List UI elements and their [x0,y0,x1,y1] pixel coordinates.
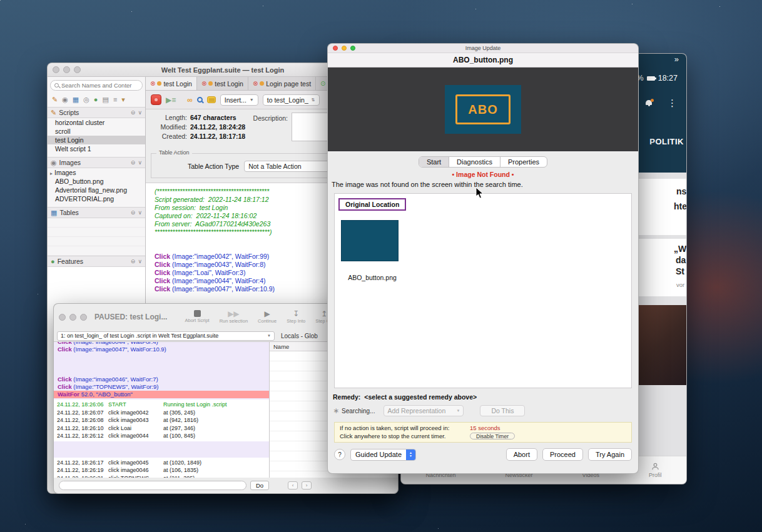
toolbar-label: Abort Script [185,318,209,323]
script-item[interactable]: Welt script 1 [48,144,145,153]
try-again-button[interactable]: Try Again [588,448,632,461]
tab-properties[interactable]: Properties [500,157,547,167]
insert-popup-label: Insert... [225,96,246,104]
chevron-down-icon[interactable]: ∨ [138,209,142,216]
original-location-label[interactable]: Original Location [338,198,406,211]
tab-diagnostics[interactable]: Diagnostics [449,157,500,167]
chevron-down-icon[interactable]: ∨ [138,109,142,116]
list-icon[interactable]: ≡ [113,96,117,103]
document-icon[interactable]: ▤ [103,96,109,103]
tables-section-header[interactable]: ▦ Tables ⊖ ∨ [48,207,145,218]
spy-glasses-icon[interactable]: ∞ [187,96,193,104]
images-folder-label: Images [54,169,76,176]
tab-test-login[interactable]: ⊗ test Login [146,77,197,90]
log-time: 24.11.22, 18:26:12 [57,432,108,440]
add-representation-popup[interactable]: Add Representation ▼ [384,405,464,416]
chevron-down-icon: ▼ [456,409,460,413]
step-into-button[interactable]: ↧Step Into [287,310,305,324]
image-item[interactable]: Advertorial flag_new.png [48,186,145,194]
abort-button[interactable]: Abort [506,448,537,461]
step-into-icon: ↧ [293,310,299,318]
search-field[interactable] [50,80,143,91]
collapse-icon[interactable]: ⊖ [131,209,136,216]
log-time: 24.11.22, 18:26:10 [57,424,108,433]
features-section-header[interactable]: ● Features ⊖ ∨ [48,256,145,267]
disclosure-icon[interactable]: ▸ [50,171,53,176]
log-at: at (297, 346) [163,424,195,433]
code-args: (Image:"image0046", WaitFor:7) [72,376,158,383]
tab-login-page-test[interactable]: ⊗ Login page test [248,77,316,90]
abort-script-button[interactable]: Abort Script [185,310,209,324]
nav-profil[interactable]: Profil [649,462,662,478]
scripts-section-header[interactable]: ✎ Scripts ⊖ ∨ [48,107,145,118]
run-script-icon[interactable]: ▶≡ [166,96,176,104]
original-location-thumbnail[interactable] [341,220,399,261]
do-this-button[interactable]: Do This [480,405,525,416]
guided-update-popup[interactable]: Guided Update ▲▼ [350,449,416,461]
history-prev-button[interactable]: ‹ [288,481,298,489]
code-args: (Image:"image0047", WaitFor:10.9) [72,346,166,353]
length-value: 647 characters [190,114,236,121]
images-section-header[interactable]: ◉ Images ⊖ ∨ [48,157,145,168]
images-folder-row[interactable]: ▸Images [48,168,145,177]
code-keyword: Click [155,277,170,284]
chevron-right-icon[interactable]: » [674,54,679,64]
article-text-fragment: „W [674,244,686,254]
overflow-menu-icon[interactable]: ⋮ [668,98,677,109]
feature-icon[interactable]: ● [94,96,98,103]
do-console-input[interactable] [59,481,246,490]
tab-close-icon[interactable]: ⊗ [150,80,155,87]
zoom-window-button[interactable] [80,314,87,321]
dialog-window-title: Image Update [328,45,638,51]
tab-close-icon[interactable]: ⊗ [201,80,206,87]
tab-close-icon[interactable]: ⊙ [320,80,325,87]
insert-popup[interactable]: Insert... ▼ [220,94,258,106]
chevron-down-icon[interactable]: ∨ [138,258,142,264]
tab-close-icon[interactable]: ⊗ [253,80,258,87]
table-icon[interactable]: ▦ [73,96,79,103]
collapse-icon[interactable]: ⊖ [131,159,136,166]
script-type-icon [260,81,264,86]
log-detail: Running test Login .script [163,401,227,409]
tab-start[interactable]: Start [419,157,449,167]
do-button[interactable]: Do [250,481,269,490]
run-selection-button[interactable]: ▶▶Run selection [220,310,248,324]
person-icon [651,462,660,471]
continue-button[interactable]: ▶Continue [258,310,277,324]
notifications-bell-icon[interactable] [646,100,653,106]
new-script-icon[interactable]: ✎ [52,96,58,103]
collapse-icon[interactable]: ⊖ [131,109,136,116]
code-keyword: Click [155,253,170,260]
script-item-selected[interactable]: test Login [48,136,145,144]
image-search-icon[interactable] [197,97,203,103]
log-time: 24.11.22, 18:26:08 [57,416,108,424]
watch-icon[interactable]: ◎ [83,96,89,103]
section-politik[interactable]: POLITIK [649,137,684,146]
code-keyword: Click [58,346,72,353]
script-item[interactable]: scroll [48,127,145,136]
collapse-icon[interactable]: ⊖ [131,258,136,264]
tab-label: test Login [215,80,243,88]
minimize-window-button[interactable] [69,314,76,321]
comment-icon[interactable] [207,96,216,103]
record-button[interactable] [151,94,161,105]
scripts-icon: ✎ [51,109,56,116]
disable-timer-button[interactable]: Disable Timer [470,433,515,439]
log-at: at (1020, 1849) [163,459,201,467]
script-item[interactable]: horizontal cluster [48,118,145,127]
close-window-button[interactable] [59,314,66,321]
history-next-button[interactable]: › [302,481,312,489]
basket-icon[interactable]: ▾ [121,96,125,103]
help-button[interactable]: ? [334,449,345,460]
chevron-down-icon[interactable]: ∨ [138,159,142,166]
search-input[interactable] [61,82,133,89]
snapshot-icon[interactable]: ◉ [62,96,68,103]
run-script-pane[interactable]: Click (Image:"image0044", WaitFor:4) Cli… [54,342,270,478]
proceed-button[interactable]: Proceed [542,448,583,461]
image-item[interactable]: ADVERTORIAL.png [48,194,145,203]
tab-test-login-2[interactable]: ⊗ test Login [197,77,248,90]
call-stack-popup[interactable]: 1: on test_login_ of test Login .script … [57,331,275,341]
handler-popup[interactable]: to test_Login_ ⇅ [263,94,320,106]
image-item[interactable]: ABO_button.png [48,177,145,186]
code-keyword: Click [58,383,72,390]
